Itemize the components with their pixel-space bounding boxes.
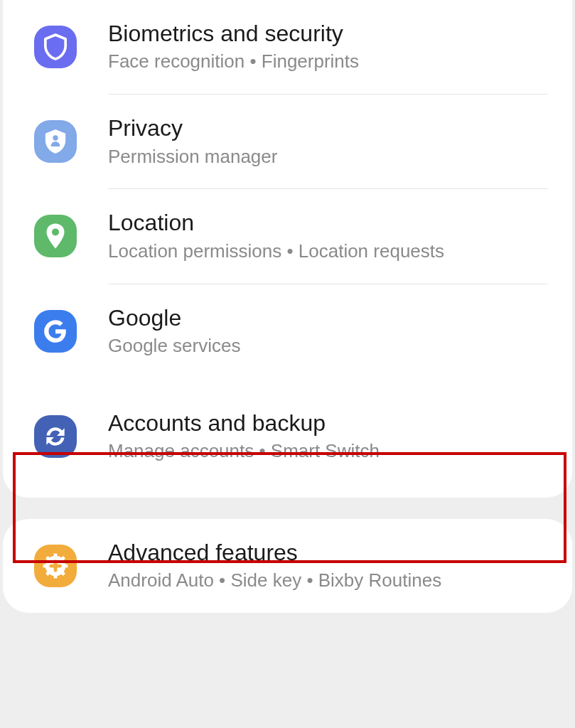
- svg-line-8: [61, 572, 64, 574]
- settings-item-text: Google Google services: [108, 304, 548, 358]
- settings-item-title: Privacy: [108, 114, 548, 141]
- settings-item-location[interactable]: Location Location permissions • Location…: [3, 189, 572, 283]
- location-pin-icon: [34, 215, 77, 257]
- settings-item-google[interactable]: Google Google services: [3, 284, 572, 378]
- svg-line-7: [47, 557, 50, 560]
- settings-item-text: Privacy Permission manager: [108, 114, 548, 168]
- settings-item-text: Advanced features Android Auto • Side ke…: [108, 539, 548, 593]
- settings-group-main: Biometrics and security Face recognition…: [3, 0, 572, 498]
- settings-item-advanced-features[interactable]: Advanced features Android Auto • Side ke…: [3, 519, 572, 613]
- settings-item-subtitle: Google services: [108, 334, 548, 358]
- shield-icon: [34, 26, 77, 68]
- settings-item-title: Accounts and backup: [108, 410, 548, 437]
- settings-item-subtitle: Location permissions • Location requests: [108, 240, 548, 264]
- settings-item-accounts-backup[interactable]: Accounts and backup Manage accounts • Sm…: [3, 378, 572, 489]
- settings-item-title: Location: [108, 209, 548, 236]
- settings-item-biometrics[interactable]: Biometrics and security Face recognition…: [3, 0, 572, 94]
- settings-item-title: Biometrics and security: [108, 20, 548, 47]
- settings-item-privacy[interactable]: Privacy Permission manager: [3, 95, 572, 188]
- privacy-shield-icon: [34, 120, 77, 163]
- plus-gear-icon: [34, 545, 77, 587]
- settings-item-text: Location Location permissions • Location…: [108, 209, 548, 263]
- svg-point-1: [52, 229, 59, 236]
- settings-item-subtitle: Android Auto • Side key • Bixby Routines: [108, 569, 548, 593]
- sync-icon: [34, 415, 77, 458]
- settings-item-text: Biometrics and security Face recognition…: [108, 20, 548, 74]
- settings-group-advanced: Advanced features Android Auto • Side ke…: [3, 519, 572, 613]
- settings-item-text: Accounts and backup Manage accounts • Sm…: [108, 410, 548, 464]
- svg-line-10: [47, 572, 50, 574]
- svg-line-9: [61, 557, 64, 560]
- settings-item-subtitle: Manage accounts • Smart Switch: [108, 439, 548, 464]
- settings-screen: Biometrics and security Face recognition…: [0, 0, 575, 728]
- settings-item-subtitle: Permission manager: [108, 145, 548, 169]
- settings-item-title: Google: [108, 304, 548, 331]
- svg-point-0: [53, 136, 58, 141]
- google-g-icon: [34, 310, 77, 353]
- settings-item-subtitle: Face recognition • Fingerprints: [108, 50, 548, 74]
- settings-item-title: Advanced features: [108, 539, 548, 566]
